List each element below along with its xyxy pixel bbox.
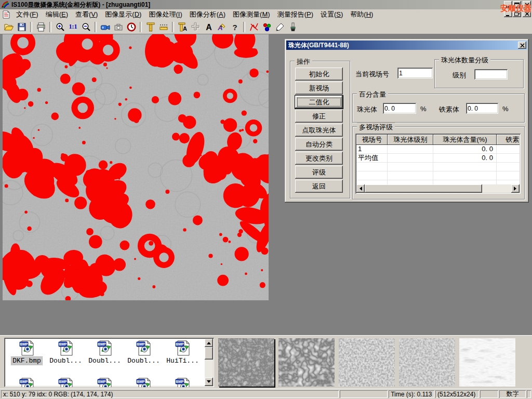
- file-item[interactable]: BMPDoubl...: [85, 340, 124, 365]
- mdi-minimize-button[interactable]: [504, 10, 512, 17]
- menu-item[interactable]: 设置(S): [317, 9, 347, 20]
- grade-input[interactable]: [474, 69, 508, 79]
- op-button-5[interactable]: 点取珠光体: [295, 124, 343, 137]
- op-button-9[interactable]: 返回: [295, 180, 343, 193]
- ruler-tool-button[interactable]: [157, 21, 170, 33]
- status-empty-1: [340, 390, 388, 398]
- toolbar-separator: [30, 22, 32, 32]
- video-capture-button[interactable]: [99, 21, 112, 33]
- grid-tool-button[interactable]: [189, 21, 202, 33]
- table-header-cell[interactable]: 珠光体含量(%): [433, 135, 497, 145]
- table-header-cell[interactable]: 视场号: [356, 135, 388, 145]
- help-button[interactable]: ?: [228, 21, 241, 33]
- file-item-partial[interactable]: BMP: [46, 377, 85, 387]
- table-cell: [497, 180, 520, 184]
- file-item[interactable]: BMPHuiTi...: [163, 340, 202, 365]
- brush-tool-button[interactable]: [286, 21, 299, 33]
- menu-item[interactable]: 图像显示(D): [101, 9, 145, 20]
- file-item-partial[interactable]: BMP: [124, 377, 163, 387]
- menu-item[interactable]: 文件(F): [12, 9, 42, 20]
- maximize-button[interactable]: [513, 1, 521, 8]
- zoom-in-button[interactable]: [54, 21, 66, 33]
- scroll-left-button[interactable]: [356, 184, 365, 193]
- file-list-row2: BMP BMP BMP BMP BMP: [7, 377, 202, 387]
- toolbar-separator: [95, 22, 97, 32]
- menu-bar: 文件(F)编辑(E)查看(V)图像显示(D)图像处理(I)图像分析(A)图像测量…: [0, 9, 532, 20]
- camera-capture-button[interactable]: [112, 21, 125, 33]
- op-button-1[interactable]: 初始化: [295, 68, 343, 81]
- current-view-input[interactable]: [397, 68, 433, 78]
- thumbnail-5[interactable]: [459, 338, 515, 387]
- table-cell: [356, 180, 388, 184]
- menu-item[interactable]: 查看(V): [72, 9, 101, 20]
- file-item[interactable]: BMPDoubl...: [46, 340, 85, 365]
- table-cell: [497, 171, 520, 180]
- measure-text-button[interactable]: A: [176, 21, 189, 33]
- op-button-7[interactable]: 更改类别: [295, 152, 343, 165]
- table-row[interactable]: [356, 180, 520, 184]
- save-button[interactable]: [15, 21, 28, 33]
- op-button-6[interactable]: 自动分类: [295, 138, 343, 151]
- vscroll-thumb[interactable]: [205, 347, 213, 360]
- file-list-vscrollbar[interactable]: [205, 339, 213, 386]
- table-row[interactable]: 平均值0. 0: [356, 154, 520, 163]
- table-row[interactable]: [356, 163, 520, 171]
- op-button-label: 初始化: [309, 70, 329, 78]
- micrograph-image[interactable]: [3, 34, 269, 300]
- menu-item[interactable]: 测量报告(P): [274, 9, 317, 20]
- minimize-button[interactable]: [504, 1, 512, 8]
- bmp-file-icon: BMP: [97, 377, 113, 387]
- table-row[interactable]: 10. 0: [356, 145, 520, 154]
- svg-text:BMP: BMP: [98, 380, 106, 383]
- menu-item[interactable]: 图像测量(M): [229, 9, 274, 20]
- document-icon[interactable]: [2, 10, 10, 19]
- curve-tool-button[interactable]: [247, 21, 260, 33]
- file-item-partial[interactable]: BMP: [7, 377, 46, 387]
- current-view-label: 当前视场号: [355, 70, 389, 79]
- text-tool-button[interactable]: A: [202, 21, 215, 33]
- ferrite-percent-input[interactable]: [466, 103, 498, 114]
- pearlite-percent-input[interactable]: [383, 103, 416, 114]
- menu-item[interactable]: 帮助(H): [347, 9, 377, 20]
- close-button[interactable]: [523, 1, 531, 8]
- thumbnail-4[interactable]: [399, 338, 455, 387]
- bmp-file-icon: BMP: [97, 340, 113, 356]
- print-button[interactable]: [34, 21, 47, 33]
- hscroll-thumb[interactable]: [365, 184, 482, 193]
- op-button-4[interactable]: 修正: [295, 110, 343, 123]
- menu-item[interactable]: 图像处理(I): [145, 9, 185, 20]
- thumbnail-1[interactable]: [218, 338, 274, 387]
- table-cell: [497, 154, 520, 162]
- scroll-right-button[interactable]: [511, 184, 520, 193]
- svg-text:BMP: BMP: [20, 380, 28, 383]
- pointer-pen-button[interactable]: [273, 21, 286, 33]
- op-button-3[interactable]: 二值化: [295, 96, 343, 109]
- thumbnail-2[interactable]: [278, 338, 335, 387]
- mdi-close-button[interactable]: [523, 10, 531, 17]
- table-header-cell[interactable]: 珠光体级别: [388, 135, 433, 145]
- op-button-2[interactable]: 新视场: [295, 82, 343, 95]
- file-item-partial[interactable]: BMP: [163, 377, 202, 387]
- dialog-title-bar[interactable]: 珠光体(GB/T9441-88): [286, 41, 527, 50]
- file-item-partial[interactable]: BMP: [85, 377, 124, 387]
- thumbnail-3[interactable]: [339, 338, 395, 387]
- table-header-cell[interactable]: 铁素体含量(%): [497, 135, 520, 145]
- table-hscrollbar[interactable]: [356, 184, 520, 193]
- zoom-ratio-button[interactable]: 1:1: [66, 21, 79, 33]
- particle-class-button[interactable]: [260, 21, 273, 33]
- op-button-8[interactable]: 评级: [295, 166, 343, 179]
- annotate-tool-button[interactable]: A: [215, 21, 228, 33]
- file-item[interactable]: BMPDKF.bmp: [7, 340, 46, 365]
- open-button[interactable]: [2, 21, 15, 33]
- zoom-out-button[interactable]: [79, 21, 92, 33]
- file-item[interactable]: BMPDoubl...: [124, 340, 163, 365]
- caliper-tool-button[interactable]: [144, 21, 157, 33]
- table-row[interactable]: [356, 171, 520, 180]
- scroll-down-button[interactable]: [205, 378, 213, 386]
- menu-item[interactable]: 图像分析(A): [186, 9, 229, 20]
- timer-button[interactable]: [125, 21, 138, 33]
- dialog-close-button[interactable]: [518, 42, 526, 49]
- menu-item[interactable]: 编辑(E): [42, 9, 72, 20]
- scroll-up-button[interactable]: [205, 339, 213, 347]
- mdi-restore-button[interactable]: [513, 10, 521, 17]
